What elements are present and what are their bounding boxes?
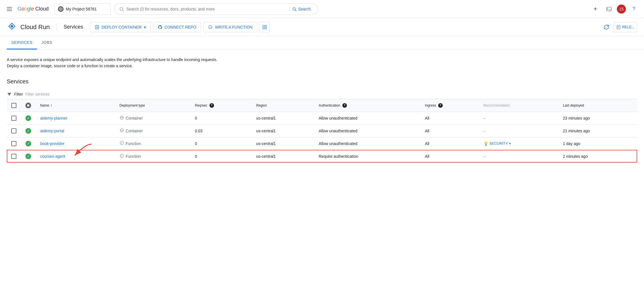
tabs: SERVICES JOBS: [0, 36, 644, 50]
terminal-button[interactable]: [603, 3, 615, 15]
refresh-button[interactable]: [601, 22, 611, 32]
svg-point-26: [122, 117, 123, 118]
th-name[interactable]: Name ↑: [36, 99, 115, 112]
td-authentication: Allow unauthenticated: [314, 124, 420, 137]
th-region: Region: [252, 99, 314, 112]
td-req-sec: 0: [190, 150, 252, 163]
service-name-link[interactable]: book-provider: [40, 141, 64, 146]
sparkle-button[interactable]: [590, 3, 601, 15]
service-name-link[interactable]: aidemy-portal: [40, 129, 64, 133]
description: A service exposes a unique endpoint and …: [7, 57, 637, 69]
search-button-label: Search: [298, 7, 311, 11]
svg-point-30: [122, 130, 123, 131]
table-row: aidemy-planner Container 0 us-central1 A…: [7, 112, 637, 124]
select-all-checkbox[interactable]: [11, 103, 16, 108]
td-status: [21, 124, 36, 137]
project-selector[interactable]: My Project 58761: [54, 3, 111, 15]
user-avatar[interactable]: 15: [617, 5, 626, 14]
row-checkbox[interactable]: [11, 141, 16, 146]
td-recommendation: 💡SECURITY▾: [479, 137, 558, 150]
td-status: [21, 150, 36, 163]
td-req-sec: 0.03: [190, 124, 252, 137]
th-deployment-type: Deployment type: [115, 99, 191, 112]
google-cloud-logo[interactable]: Google Cloud: [18, 6, 49, 12]
filter-label[interactable]: Filter: [14, 92, 23, 96]
deployment-type-icon: [120, 115, 124, 121]
row-checkbox[interactable]: [11, 116, 16, 121]
deploy-dropdown-icon[interactable]: ▾: [144, 25, 146, 29]
service-name-link[interactable]: aidemy-planner: [40, 116, 68, 120]
td-req-sec: 0: [190, 137, 252, 150]
tab-services[interactable]: SERVICES: [7, 36, 37, 49]
action-buttons: DEPLOY CONTAINER ▾ CONNECT REPO {} WRITE…: [90, 22, 270, 32]
td-checkbox: [7, 150, 21, 163]
cloud-run-icon: [7, 21, 17, 33]
release-notes-label: RELE...: [622, 25, 635, 29]
auth-help-icon[interactable]: ?: [342, 103, 347, 108]
td-name: book-provider: [36, 137, 115, 150]
help-button[interactable]: ?: [628, 3, 639, 15]
layout-button[interactable]: [260, 22, 270, 32]
th-checkbox: [7, 99, 21, 112]
search-bar[interactable]: Search: [114, 3, 318, 15]
deployment-type-icon: ƒ: [120, 154, 124, 159]
td-deployment-type: ƒ Function: [115, 137, 191, 150]
deployment-type-label: Function: [126, 154, 141, 159]
search-icon: [119, 7, 124, 12]
svg-text:ƒ: ƒ: [121, 155, 122, 157]
req-sec-help-icon[interactable]: ?: [209, 103, 214, 108]
main-content: A service exposes a unique endpoint and …: [0, 50, 644, 170]
svg-point-29: [122, 130, 122, 131]
write-function-label: WRITE A FUNCTION: [215, 25, 252, 29]
td-authentication: Allow unauthenticated: [314, 137, 420, 150]
deployment-type-label: Container: [126, 129, 143, 133]
td-name: aidemy-portal: [36, 124, 115, 137]
filter-placeholder[interactable]: Filter services: [25, 92, 49, 96]
recommendation-badge[interactable]: 💡SECURITY▾: [483, 141, 554, 146]
svg-point-28: [120, 130, 121, 131]
svg-rect-16: [265, 25, 267, 27]
td-status: [21, 137, 36, 150]
connect-repo-button[interactable]: CONNECT REPO: [153, 22, 201, 32]
search-button[interactable]: Search: [289, 7, 313, 11]
svg-point-1: [60, 8, 61, 10]
filter-row: Filter Filter services: [7, 89, 637, 99]
td-authentication: Require authentication: [314, 150, 420, 163]
function-icon: {}: [208, 25, 213, 29]
td-checkbox: [7, 124, 21, 137]
td-name: aidemy-planner: [36, 112, 115, 124]
menu-button[interactable]: [5, 5, 14, 13]
servicebar: Cloud Run Services DEPLOY CONTAINER ▾ CO…: [0, 18, 644, 36]
recommendation-dash: –: [483, 154, 486, 159]
ingress-help-icon[interactable]: ?: [438, 103, 443, 108]
connect-repo-label: CONNECT REPO: [165, 25, 196, 29]
td-last-deployed: 23 minutes ago: [558, 112, 637, 124]
row-checkbox[interactable]: [11, 154, 16, 159]
tab-jobs[interactable]: JOBS: [37, 36, 57, 49]
description-line1: A service exposes a unique endpoint and …: [7, 57, 637, 63]
release-notes-button[interactable]: RELE...: [614, 22, 637, 32]
services-table: Name ↑ Deployment type Req/sec ? Region …: [7, 99, 637, 163]
row-checkbox[interactable]: [11, 128, 16, 133]
td-region: us-central1: [252, 150, 314, 163]
td-checkbox: [7, 137, 21, 150]
right-action-buttons: RELE...: [601, 22, 637, 32]
github-icon: [158, 25, 162, 29]
th-ingress: Ingress ?: [420, 99, 479, 112]
search-input[interactable]: [126, 7, 287, 11]
deployment-type-icon: ƒ: [120, 141, 124, 146]
td-last-deployed: 21 minutes ago: [558, 124, 637, 137]
svg-rect-18: [265, 27, 267, 29]
recommendation-dash: –: [483, 129, 486, 133]
deploy-container-button[interactable]: DEPLOY CONTAINER ▾: [90, 22, 151, 32]
td-ingress: All: [420, 137, 479, 150]
td-recommendation: –: [479, 150, 558, 163]
th-recommendation: Recommendation: [479, 99, 558, 112]
td-region: us-central1: [252, 112, 314, 124]
write-function-button[interactable]: {} WRITE A FUNCTION: [203, 22, 257, 32]
svg-rect-15: [263, 25, 264, 27]
status-indicator: [25, 115, 31, 121]
sort-icon: ↑: [50, 103, 52, 108]
service-name-link[interactable]: courses-agent: [40, 154, 65, 159]
td-req-sec: 0: [190, 112, 252, 124]
